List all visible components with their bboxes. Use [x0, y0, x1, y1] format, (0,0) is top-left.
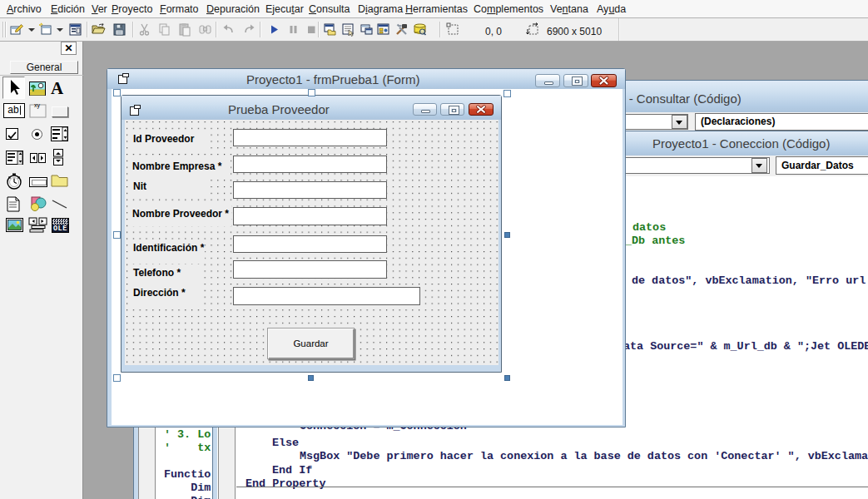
svg-text:xy: xy: [34, 102, 41, 109]
